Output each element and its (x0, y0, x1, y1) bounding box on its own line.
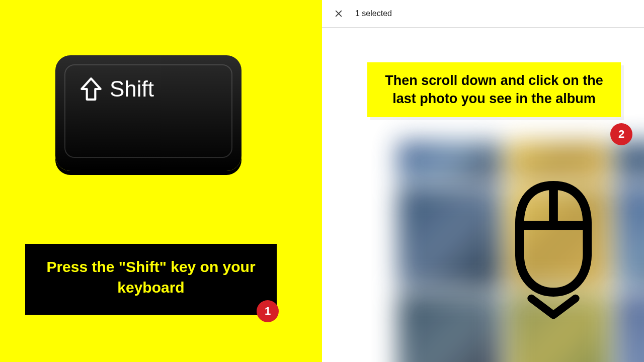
shift-key-label: Shift (110, 76, 154, 102)
step-1-badge: 1 (257, 300, 279, 322)
up-arrow-icon (78, 76, 104, 102)
step-2-panel: 1 selected Then scroll down and click on… (322, 0, 644, 362)
step-2-badge: 2 (610, 123, 632, 145)
step-1-panel: Shift Press the "Shift" key on your keyb… (0, 0, 322, 362)
selection-app-bar: 1 selected (322, 0, 644, 28)
tutorial-slide: Shift Press the "Shift" key on your keyb… (0, 0, 644, 362)
close-icon[interactable] (333, 8, 344, 19)
shift-key-graphic: Shift (55, 55, 242, 171)
shift-key-label-row: Shift (78, 76, 154, 102)
step-1-caption: Press the "Shift" key on your keyboard (25, 244, 277, 315)
chevron-down-icon (526, 292, 581, 324)
mouse-scroll-icon (503, 181, 604, 332)
selection-count-label: 1 selected (355, 9, 392, 18)
step-2-caption: Then scroll down and click on the last p… (367, 62, 621, 117)
